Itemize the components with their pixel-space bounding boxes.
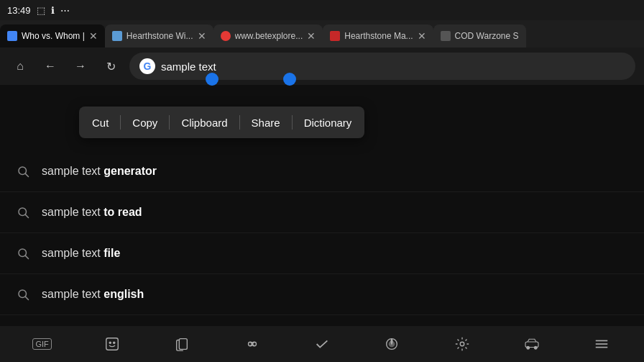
reload-button[interactable]: ↻ — [99, 55, 122, 78]
gif-button[interactable]: GIF — [24, 330, 60, 358]
search-suggestions: sample text generator sample text to rea… — [0, 151, 644, 315]
search-icon — [14, 245, 32, 262]
tab-betexplorer[interactable]: www.betexplore... ✕ — [213, 24, 323, 47]
car-button[interactable] — [514, 330, 550, 358]
svg-line-3 — [25, 214, 28, 217]
checkmark-button[interactable] — [304, 330, 340, 358]
address-bar: ⌂ ← → ↻ G sample text — [0, 47, 644, 85]
context-menu-copy[interactable]: Copy — [122, 111, 167, 135]
suggestion-item[interactable]: sample text generator — [0, 151, 644, 192]
tab-hearthstone-ma[interactable]: Hearthstone Ma... ✕ — [323, 24, 433, 47]
menu-divider — [120, 115, 121, 130]
suggestion-text: sample text generator — [42, 165, 157, 178]
special-chars-button[interactable] — [234, 330, 270, 358]
tab-title: Hearthstone Ma... — [344, 31, 413, 41]
svg-rect-8 — [106, 338, 119, 350]
screenshot-icon: ⬚ — [37, 5, 45, 16]
suggestion-text: sample text file — [42, 247, 120, 260]
menu-button[interactable] — [584, 330, 620, 358]
svg-point-10 — [114, 342, 115, 343]
tab-title: Hearthstone Wi... — [126, 31, 193, 41]
suggestion-text: sample text english — [42, 288, 144, 301]
tab-title: www.betexplore... — [235, 31, 303, 41]
keyboard-bar: GIF — [0, 326, 644, 362]
address-display: sample text — [161, 60, 216, 73]
status-left: 13:49 ⬚ ℹ ⋯ — [7, 5, 70, 16]
suggestion-text: sample text to read — [42, 206, 142, 219]
suggestion-item[interactable]: sample text file — [0, 233, 644, 274]
svg-point-21 — [534, 346, 537, 349]
suggestion-item[interactable]: sample text to read — [0, 192, 644, 233]
svg-point-9 — [109, 342, 111, 343]
clipboard-button[interactable] — [164, 330, 200, 358]
context-menu-clipboard[interactable]: Clipboard — [171, 111, 237, 135]
address-input-wrap[interactable]: G sample text — [129, 53, 635, 80]
forward-button[interactable]: → — [69, 55, 92, 78]
selection-handle-right — [283, 73, 296, 86]
search-icon — [14, 204, 32, 221]
context-menu-share[interactable]: Share — [242, 111, 290, 135]
status-time: 13:49 — [7, 5, 31, 16]
search-icon — [14, 286, 32, 303]
voice-button[interactable] — [374, 330, 410, 358]
svg-line-5 — [25, 255, 28, 258]
search-icon — [14, 163, 32, 180]
tab-bar: Who vs. Whom | ✕ Hearthstone Wi... ✕ www… — [0, 20, 644, 47]
tab-who-vs-whom[interactable]: Who vs. Whom | ✕ — [0, 24, 105, 47]
context-menu: Cut Copy Clipboard Share Dictionary — [79, 107, 364, 138]
google-logo: G — [139, 58, 155, 74]
status-bar: 13:49 ⬚ ℹ ⋯ — [0, 0, 644, 20]
tab-close-icon[interactable]: ✕ — [198, 30, 206, 42]
tab-hearthstone-wiki[interactable]: Hearthstone Wi... ✕ — [105, 24, 213, 47]
svg-point-18 — [460, 342, 464, 346]
context-menu-cut[interactable]: Cut — [82, 111, 119, 135]
menu-divider — [169, 115, 170, 130]
suggestion-item[interactable]: sample text english — [0, 274, 644, 315]
menu-divider — [239, 115, 240, 130]
tab-title: Who vs. Whom | — [22, 31, 85, 41]
tab-cod-warzone[interactable]: COD Warzone S — [433, 24, 526, 47]
svg-line-1 — [25, 173, 28, 176]
tab-close-icon[interactable]: ✕ — [89, 30, 98, 42]
menu-icon: ⋯ — [60, 5, 70, 16]
svg-point-20 — [527, 346, 530, 349]
tab-close-icon[interactable]: ✕ — [307, 30, 316, 42]
tab-close-icon[interactable]: ✕ — [418, 30, 426, 42]
svg-rect-11 — [180, 339, 188, 350]
context-menu-dictionary[interactable]: Dictionary — [294, 111, 362, 135]
settings-button[interactable] — [444, 330, 480, 358]
menu-divider — [292, 115, 293, 130]
svg-line-7 — [25, 297, 28, 299]
address-text[interactable]: sample text — [161, 60, 625, 73]
back-button[interactable]: ← — [39, 55, 62, 78]
selection-handle-left — [206, 73, 218, 86]
emoji-button[interactable] — [94, 330, 130, 358]
tab-title: COD Warzone S — [455, 31, 519, 41]
info-icon: ℹ — [51, 5, 55, 16]
home-button[interactable]: ⌂ — [9, 55, 32, 78]
